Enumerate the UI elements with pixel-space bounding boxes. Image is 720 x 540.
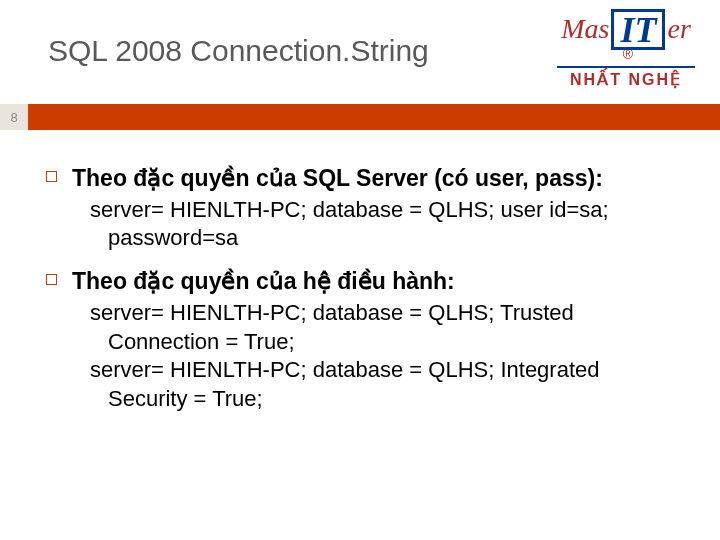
page-number-badge: 8 (0, 104, 28, 130)
logo-word-right: er (667, 15, 690, 43)
bullet-body-line: server= HIENLTH-PC; database = QLHS; Tru… (90, 299, 670, 356)
slide-header: SQL 2008 Connection.String MasITer® NHẤT… (0, 0, 720, 104)
list-item: Theo đặc quyền của SQL Server (có user, … (72, 164, 670, 253)
bullet-heading: Theo đặc quyền của SQL Server (có user, … (72, 164, 670, 194)
accent-bar: 8 (0, 104, 720, 130)
bullet-icon (46, 171, 57, 182)
logo-it-box: IT (611, 9, 665, 50)
logo-top-row: MasITer® (557, 5, 695, 64)
bullet-body-line: server= HIENLTH-PC; database = QLHS; use… (90, 196, 670, 253)
bullet-body-line: server= HIENLTH-PC; database = QLHS; Int… (90, 356, 670, 413)
brand-logo: MasITer® NHẤT NGHỆ (557, 5, 695, 95)
list-item: Theo đặc quyền của hệ điều hành: server=… (72, 267, 670, 413)
logo-word-left: Mas (561, 15, 609, 43)
bullet-icon (46, 274, 57, 285)
page-title: SQL 2008 Connection.String (48, 34, 429, 68)
slide-content: Theo đặc quyền của SQL Server (có user, … (0, 130, 720, 413)
logo-subtitle: NHẤT NGHỆ (557, 66, 695, 89)
bullet-heading: Theo đặc quyền của hệ điều hành: (72, 267, 670, 297)
